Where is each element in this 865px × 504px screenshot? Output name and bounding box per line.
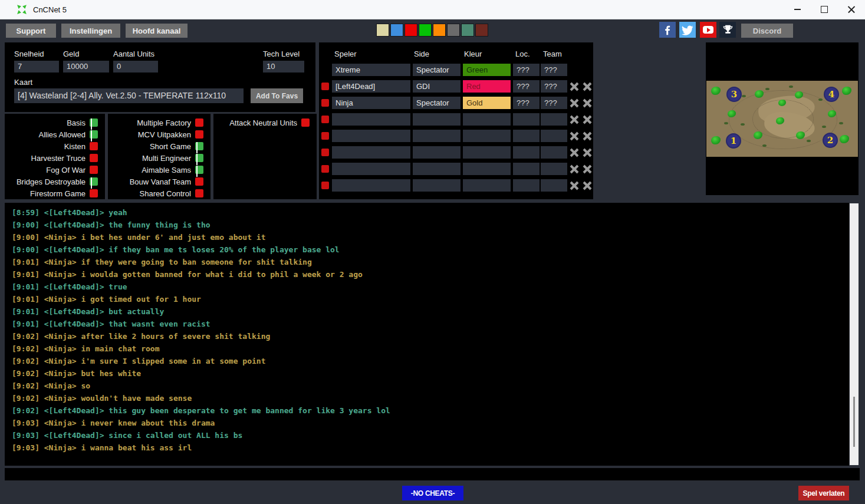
minimize-button[interactable] [784, 0, 811, 19]
player-side-dropdown[interactable]: Spectator [413, 64, 461, 76]
color-swatch-1[interactable] [376, 24, 389, 37]
player-side-dropdown[interactable] [413, 130, 461, 142]
color-swatch-8[interactable] [475, 24, 488, 37]
option-checkbox[interactable] [195, 130, 203, 139]
close-slot-button-2[interactable] [582, 146, 593, 159]
option-checkbox[interactable] [90, 189, 98, 197]
player-team-dropdown[interactable] [541, 163, 567, 175]
kick-player-button[interactable] [321, 99, 329, 107]
kick-player-button[interactable] [321, 83, 329, 90]
option-checkbox[interactable] [90, 177, 98, 186]
player-side-dropdown[interactable]: GDI [413, 80, 461, 93]
money-input[interactable]: 10000 [63, 61, 109, 73]
facebook-icon[interactable] [659, 22, 676, 38]
option-checkbox[interactable] [90, 118, 98, 127]
player-color-dropdown[interactable]: Gold [463, 97, 511, 109]
player-side-dropdown[interactable] [413, 146, 461, 159]
spawn-point-1[interactable]: 1 [726, 133, 741, 149]
player-color-dropdown[interactable]: Red [463, 80, 511, 93]
kick-player-button[interactable] [321, 116, 329, 123]
player-loc-dropdown[interactable]: ??? [513, 80, 540, 93]
maximize-button[interactable] [811, 0, 838, 19]
player-name-cell[interactable] [332, 113, 410, 126]
option-checkbox[interactable] [195, 166, 203, 174]
player-side-dropdown[interactable] [413, 113, 461, 126]
option-checkbox[interactable] [195, 118, 203, 127]
player-team-dropdown[interactable]: ??? [541, 97, 567, 109]
player-color-dropdown[interactable] [463, 146, 511, 159]
close-slot-button-2[interactable] [582, 97, 593, 109]
spawn-point-4[interactable]: 4 [824, 87, 839, 102]
map-name-field[interactable]: [4] Wasteland [2-4] Ally. Vet.2.50 - TEM… [14, 88, 244, 103]
player-color-dropdown[interactable]: Green [463, 64, 511, 76]
option-checkbox[interactable] [90, 166, 98, 174]
player-name-cell[interactable]: [Left4Dead] [332, 80, 410, 93]
close-slot-button-1[interactable] [569, 80, 580, 93]
player-team-dropdown[interactable] [541, 130, 567, 142]
add-to-favs-button[interactable]: Add To Favs [251, 88, 303, 103]
close-slot-button-2[interactable] [582, 80, 593, 93]
player-name-cell[interactable]: Xtreme [332, 64, 410, 76]
close-slot-button-1[interactable] [569, 179, 580, 192]
color-swatch-3[interactable] [404, 24, 417, 37]
player-color-dropdown[interactable] [463, 113, 511, 126]
player-loc-dropdown[interactable] [513, 163, 540, 175]
player-loc-dropdown[interactable] [513, 130, 540, 142]
spawn-point-2[interactable]: 2 [823, 133, 838, 148]
close-slot-button-1[interactable] [569, 113, 580, 126]
discord-button[interactable]: Discord [741, 24, 793, 38]
player-loc-dropdown[interactable]: ??? [513, 64, 540, 76]
player-name-cell[interactable] [332, 130, 410, 142]
player-team-dropdown[interactable]: ??? [541, 64, 567, 76]
player-side-dropdown[interactable] [413, 179, 461, 192]
player-loc-dropdown[interactable] [513, 179, 540, 192]
close-slot-button-2[interactable] [582, 163, 593, 175]
option-checkbox[interactable] [195, 189, 203, 197]
player-loc-dropdown[interactable]: ??? [513, 97, 540, 109]
trophy-icon[interactable] [719, 22, 736, 38]
chat-scrollbar[interactable] [850, 203, 859, 465]
option-checkbox[interactable] [90, 130, 98, 139]
units-input[interactable]: 0 [113, 61, 158, 73]
close-slot-button-2[interactable] [582, 179, 593, 192]
player-color-dropdown[interactable] [463, 130, 511, 142]
leave-game-button[interactable]: Spel verlaten [798, 486, 849, 500]
color-swatch-2[interactable] [390, 24, 403, 37]
option-checkbox[interactable] [195, 154, 203, 162]
close-slot-button-1[interactable] [569, 97, 580, 109]
speed-input[interactable]: 7 [14, 61, 59, 73]
player-name-cell[interactable] [332, 163, 410, 175]
player-color-dropdown[interactable] [463, 163, 511, 175]
close-slot-button-1[interactable] [569, 130, 580, 142]
player-name-cell[interactable]: Ninja [332, 97, 410, 109]
close-button[interactable] [838, 0, 865, 19]
kick-player-button[interactable] [321, 165, 329, 173]
kick-player-button[interactable] [321, 149, 329, 156]
player-side-dropdown[interactable] [413, 163, 461, 175]
tech-level-input[interactable]: 10 [263, 61, 304, 73]
kick-player-button[interactable] [321, 132, 329, 140]
kick-player-button[interactable] [321, 182, 329, 189]
close-slot-button-1[interactable] [569, 146, 580, 159]
color-swatch-7[interactable] [461, 24, 474, 37]
chat-log[interactable]: [8:59] <[Left4Dead]> yeah[9:00] <[Left4D… [5, 203, 849, 466]
color-swatch-5[interactable] [433, 24, 446, 37]
player-name-cell[interactable] [332, 146, 410, 159]
option-checkbox[interactable] [90, 142, 98, 150]
player-side-dropdown[interactable]: Spectator [413, 97, 461, 109]
color-swatch-4[interactable] [419, 24, 432, 37]
youtube-icon[interactable] [700, 22, 716, 38]
player-color-dropdown[interactable] [463, 179, 511, 192]
no-cheats-button[interactable]: -NO CHEATS- [402, 486, 463, 500]
close-slot-button-1[interactable] [569, 163, 580, 175]
close-slot-button-2[interactable] [582, 130, 593, 142]
player-team-dropdown[interactable]: ??? [541, 80, 567, 93]
option-checkbox[interactable] [90, 154, 98, 162]
player-loc-dropdown[interactable] [513, 113, 540, 126]
twitter-icon[interactable] [679, 22, 696, 38]
chat-input[interactable] [5, 468, 860, 480]
player-team-dropdown[interactable] [541, 179, 567, 192]
player-team-dropdown[interactable] [541, 113, 567, 126]
settings-button[interactable]: Instellingen [61, 24, 120, 38]
option-checkbox[interactable] [195, 177, 203, 186]
